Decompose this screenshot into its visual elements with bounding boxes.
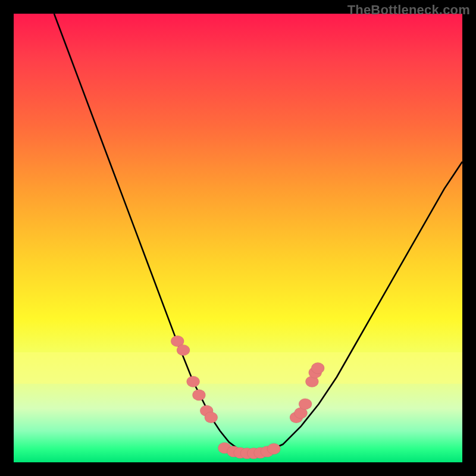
bottleneck-curve — [54, 14, 462, 453]
markers-group — [171, 336, 324, 459]
plot-svg — [14, 14, 462, 462]
data-dot — [299, 399, 312, 410]
data-dot — [205, 412, 218, 423]
data-dot — [187, 376, 200, 387]
data-dot — [267, 443, 280, 455]
data-dot — [177, 345, 190, 356]
data-dot — [192, 390, 205, 401]
data-dot — [311, 362, 324, 374]
